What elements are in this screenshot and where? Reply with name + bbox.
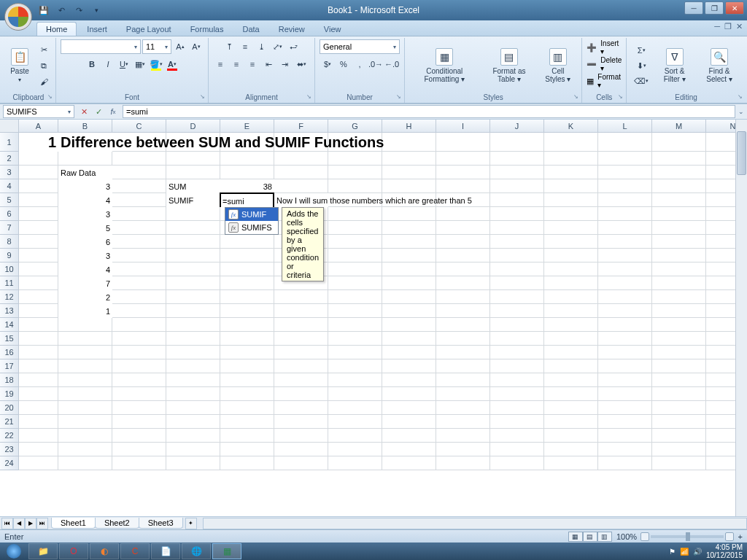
mdi-minimize-icon[interactable]: ─	[714, 22, 720, 31]
sheet-tab-sheet3[interactable]: Sheet3	[139, 518, 183, 529]
sheet-tab-sheet2[interactable]: Sheet2	[95, 518, 139, 529]
cell-B12[interactable]: 2	[58, 290, 112, 304]
accounting-format-button[interactable]: $▾	[320, 57, 335, 71]
cell-E4[interactable]: 38	[220, 179, 274, 193]
increase-indent-button[interactable]: ⇥	[277, 57, 292, 71]
tab-data[interactable]: Data	[233, 23, 268, 36]
row-header-2[interactable]: 2	[0, 152, 19, 166]
maximize-button[interactable]: ❐	[705, 1, 724, 15]
mdi-close-icon[interactable]: ✕	[736, 22, 743, 31]
tray-network-icon[interactable]: 📶	[680, 548, 689, 556]
decrease-decimal-button[interactable]: ←.0	[384, 57, 399, 71]
col-header-H[interactable]: H	[382, 120, 436, 133]
col-header-F[interactable]: F	[274, 120, 328, 133]
col-header-M[interactable]: M	[652, 120, 706, 133]
vertical-scrollbar[interactable]	[735, 120, 747, 516]
border-button[interactable]: ▦▾	[133, 57, 147, 71]
row-header-20[interactable]: 20	[0, 401, 19, 415]
zoom-slider[interactable]	[651, 535, 724, 538]
row-header-15[interactable]: 15	[0, 332, 19, 346]
mdi-restore-icon[interactable]: ❐	[724, 22, 732, 31]
zoom-level[interactable]: 100%	[616, 532, 637, 541]
taskbar-excel-icon[interactable]: ▦	[212, 543, 241, 559]
cell-B8[interactable]: 6	[58, 235, 112, 249]
qat-undo-icon[interactable]: ↶	[54, 3, 69, 18]
clear-button[interactable]: ⌫▾	[631, 74, 651, 88]
format-painter-button[interactable]: 🖌	[36, 74, 51, 89]
insert-sheet-button[interactable]: ✦	[185, 518, 197, 529]
row-header-17[interactable]: 17	[0, 359, 19, 373]
cell-B4[interactable]: 3	[58, 179, 112, 193]
fill-button[interactable]: ⬇▾	[631, 58, 651, 73]
row-header-16[interactable]: 16	[0, 346, 19, 359]
taskbar-notepad-icon[interactable]: 📄	[151, 543, 180, 559]
align-right-button[interactable]: ≡	[245, 57, 260, 71]
cell-D5[interactable]: SUMIF	[166, 193, 220, 207]
worksheet-grid[interactable]: ABCDEFGHIJKLMN 1234567891011121314151617…	[0, 120, 747, 516]
page-break-view-button[interactable]: ▥	[597, 532, 612, 542]
cell-B3[interactable]: Raw Data	[58, 166, 112, 179]
align-bottom-button[interactable]: ⤓	[254, 39, 268, 54]
wrap-text-button[interactable]: ⮐	[286, 39, 301, 54]
formula-input[interactable]: =sumi	[123, 105, 735, 118]
cell-B1[interactable]: Difference between SUM and SUMIF Functio…	[58, 133, 112, 152]
taskbar-explorer-icon[interactable]: 📁	[28, 543, 58, 559]
col-header-L[interactable]: L	[598, 120, 652, 133]
col-header-E[interactable]: E	[220, 120, 274, 133]
tab-insert[interactable]: Insert	[78, 23, 116, 36]
close-button[interactable]: ✕	[725, 1, 744, 15]
qat-redo-icon[interactable]: ↷	[71, 3, 86, 18]
tray-volume-icon[interactable]: 🔊	[693, 548, 702, 556]
horizontal-scrollbar[interactable]	[203, 518, 747, 529]
row-header-18[interactable]: 18	[0, 373, 19, 387]
row-header-6[interactable]: 6	[0, 207, 19, 221]
tab-page-layout[interactable]: Page Layout	[117, 23, 180, 36]
active-cell-E5[interactable]	[220, 192, 274, 207]
paste-button[interactable]: 📋 Paste ▾	[6, 47, 34, 85]
cell-B9[interactable]: 3	[58, 249, 112, 262]
col-header-C[interactable]: C	[112, 120, 166, 133]
format-as-table-button[interactable]: ▤Format as Table ▾	[483, 47, 536, 85]
sort-filter-button[interactable]: ᐁSort & Filter ▾	[654, 47, 694, 85]
cell-B10[interactable]: 4	[58, 262, 112, 276]
cell-F5[interactable]: Now I will sum those numbers which are g…	[274, 193, 328, 207]
find-select-button[interactable]: 🔍Find & Select ▾	[697, 47, 741, 85]
qat-save-icon[interactable]: 💾	[36, 3, 51, 18]
cell-B11[interactable]: 7	[58, 276, 112, 290]
row-header-11[interactable]: 11	[0, 276, 19, 290]
row-header-7[interactable]: 7	[0, 221, 19, 235]
page-layout-view-button[interactable]: ▤	[583, 532, 597, 542]
increase-font-button[interactable]: A▴	[173, 39, 187, 54]
copy-button[interactable]: ⧉	[36, 58, 51, 73]
insert-function-button[interactable]: fx	[107, 105, 120, 118]
qat-customize-icon[interactable]: ▾	[89, 3, 104, 18]
start-button[interactable]	[0, 542, 28, 560]
decrease-indent-button[interactable]: ⇤	[261, 57, 276, 71]
col-header-D[interactable]: D	[166, 120, 220, 133]
row-header-5[interactable]: 5	[0, 193, 19, 207]
sheet-nav-next[interactable]: ▶	[25, 518, 36, 529]
enter-formula-button[interactable]: ✓	[92, 105, 105, 118]
increase-decimal-button[interactable]: .0→	[368, 57, 383, 71]
row-header-8[interactable]: 8	[0, 235, 19, 249]
tab-view[interactable]: View	[315, 23, 350, 36]
zoom-in-button[interactable]: +	[738, 532, 743, 541]
row-header-12[interactable]: 12	[0, 290, 19, 304]
row-header-19[interactable]: 19	[0, 387, 19, 401]
row-header-3[interactable]: 3	[0, 166, 19, 179]
fill-color-button[interactable]: 🪣▾	[149, 57, 163, 71]
font-family-combo[interactable]: ▾	[61, 39, 141, 54]
tab-formulas[interactable]: Formulas	[182, 23, 233, 36]
row-header-14[interactable]: 14	[0, 318, 19, 332]
row-header-23[interactable]: 23	[0, 443, 19, 456]
col-header-J[interactable]: J	[490, 120, 544, 133]
select-all-corner[interactable]	[0, 120, 19, 133]
align-middle-button[interactable]: ≡	[238, 39, 252, 54]
tab-review[interactable]: Review	[270, 23, 314, 36]
row-header-1[interactable]: 1	[0, 133, 19, 152]
cancel-formula-button[interactable]: ✕	[77, 105, 90, 118]
office-button[interactable]	[4, 3, 32, 31]
row-header-21[interactable]: 21	[0, 415, 19, 429]
taskbar-app-icon[interactable]: ◐	[90, 543, 119, 559]
autocomplete-item-sumif[interactable]: fxSUMIF	[225, 208, 278, 221]
